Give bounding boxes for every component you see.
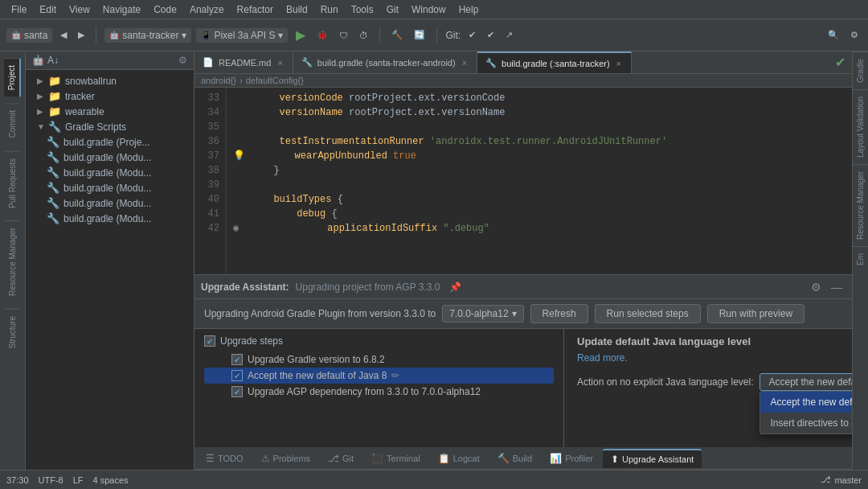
tree-item-build1[interactable]: 🔧 build.gradle (Proje...: [26, 134, 194, 150]
tab-label: build.gradle (:santa-tracker): [502, 59, 610, 68]
menu-window[interactable]: Window: [407, 2, 451, 17]
tab-close[interactable]: ×: [461, 57, 469, 68]
code-editor[interactable]: 33 34 35 36 37 38 39 40 41 42 versionCod…: [194, 88, 852, 274]
code-content[interactable]: versionCode rootProject.ext.versionCode …: [227, 88, 852, 274]
step-checkbox[interactable]: ✔: [231, 386, 243, 397]
settings-panel-button[interactable]: ⚙: [808, 279, 825, 295]
step-checkbox[interactable]: ✔: [231, 370, 243, 381]
tab-git[interactable]: ⎇ Git: [320, 450, 362, 467]
menu-file[interactable]: File: [6, 2, 31, 17]
project-tree: ▶ 📁 snowballrun ▶ 📁 tracker ▶ 📁 wearable: [26, 70, 194, 229]
debug-button[interactable]: 🐞: [313, 28, 331, 42]
settings-button[interactable]: ⚙: [847, 28, 862, 42]
checkmark-icon[interactable]: ✔: [832, 51, 852, 73]
run-config-selector[interactable]: 🤖 santa-tracker ▾: [104, 28, 191, 43]
tab-readme[interactable]: 📄 README.md ×: [194, 51, 293, 73]
sync-button[interactable]: 🔄: [411, 28, 428, 42]
menu-git[interactable]: Git: [382, 2, 403, 17]
run-selected-button[interactable]: Run selected steps: [595, 304, 701, 323]
edit-icon[interactable]: ✏: [391, 370, 399, 381]
steps-header: ✔ Upgrade steps: [204, 335, 554, 347]
coverage-button[interactable]: 🛡: [336, 29, 351, 42]
tree-item-snowballrun[interactable]: ▶ 📁 snowballrun: [26, 73, 194, 88]
refresh-button[interactable]: Refresh: [530, 304, 588, 323]
tree-item-gradle-scripts[interactable]: ▼ 🔧 Gradle Scripts: [26, 119, 194, 134]
tab-terminal[interactable]: ⬛ Terminal: [363, 450, 428, 467]
run-button[interactable]: ▶: [293, 26, 309, 44]
indent-status: 4 spaces: [93, 475, 129, 485]
read-more-link[interactable]: Read more.: [577, 352, 628, 364]
commit-tab[interactable]: Commit: [5, 103, 20, 144]
tree-label: build.gradle (Modu...: [63, 213, 151, 224]
menu-edit[interactable]: Edit: [35, 2, 61, 17]
step-gradle-version[interactable]: ✔ Upgrade Gradle version to 6.8.2: [204, 351, 554, 368]
tab-close[interactable]: ×: [276, 57, 284, 68]
gradle-icon: 🔧: [47, 136, 59, 148]
menu-help[interactable]: Help: [454, 2, 484, 17]
tab-build-android[interactable]: 🔧 build.gradle (santa-tracker-android) ×: [293, 51, 477, 73]
tree-item-tracker[interactable]: ▶ 📁 tracker: [26, 88, 194, 104]
tree-item-build5[interactable]: 🔧 build.gradle (Modu...: [26, 195, 194, 211]
menu-code[interactable]: Code: [149, 2, 182, 17]
java-level-dropdown[interactable]: Accept the new default of Java 8 ▾ Accep…: [760, 373, 852, 391]
tree-item-build4[interactable]: 🔧 build.gradle (Modu...: [26, 180, 194, 195]
menu-tools[interactable]: Tools: [346, 2, 379, 17]
gradle-icon: 🔧: [47, 212, 59, 224]
resource-manager-tab[interactable]: Resource Manager: [5, 220, 20, 302]
structure-tab[interactable]: Structure: [5, 309, 20, 355]
profile-button[interactable]: ⏱: [356, 29, 371, 42]
git-update[interactable]: ✔: [465, 28, 479, 42]
tab-build[interactable]: 🔨 Build: [489, 450, 540, 467]
search-button[interactable]: 🔍: [825, 28, 842, 42]
minimize-panel-button[interactable]: —: [828, 279, 845, 295]
panel-content: ✔ Upgrade steps ✔ Upgrade Gradle version…: [194, 329, 852, 447]
gradle-icon: 🔧: [47, 151, 59, 163]
tab-profiler[interactable]: 📊 Profiler: [542, 450, 601, 467]
folder-icon: 📁: [48, 75, 61, 87]
tree-item-build2[interactable]: 🔧 build.gradle (Modu...: [26, 150, 194, 165]
tab-build-santa[interactable]: 🔧 build.gradle (:santa-tracker) ×: [477, 51, 632, 73]
git-branch[interactable]: ↗: [502, 28, 516, 42]
tab-label: Terminal: [387, 454, 420, 463]
gear-icon[interactable]: ⚙: [178, 55, 187, 66]
tab-label: Problems: [273, 454, 310, 463]
dropdown-trigger[interactable]: Accept the new default of Java 8 ▾: [760, 373, 852, 391]
emulator-selector[interactable]: 📱 Pixel 3a API S ▾: [196, 28, 288, 43]
dropdown-option-java7[interactable]: Insert directives to continue using Java…: [760, 413, 852, 434]
project-tab[interactable]: Project: [4, 58, 21, 97]
detail-panel: Update default Java language level Read …: [564, 329, 852, 447]
menu-analyze[interactable]: Analyze: [185, 2, 229, 17]
tab-logcat[interactable]: 📋 Logcat: [430, 450, 488, 467]
tab-problems[interactable]: ⚠ Problems: [253, 450, 318, 467]
menu-run[interactable]: Run: [316, 2, 343, 17]
dropdown-option-java8[interactable]: Accept the new default of Java 8: [760, 392, 852, 413]
tree-item-wearable[interactable]: ▶ 📁 wearable: [26, 104, 194, 119]
pull-requests-tab[interactable]: Pull Requests: [5, 151, 20, 215]
tab-todo[interactable]: ☰ TODO: [198, 450, 252, 467]
menu-view[interactable]: View: [64, 2, 95, 17]
menu-navigate[interactable]: Navigate: [98, 2, 145, 17]
version-selector[interactable]: 7.0.0-alpha12 ▾: [442, 305, 523, 323]
steps-checkbox[interactable]: ✔: [204, 335, 215, 347]
build-button[interactable]: 🔨: [388, 28, 406, 42]
step-java8[interactable]: ✔ Accept the new default of Java 8 ✏: [204, 368, 554, 384]
menu-refactor[interactable]: Refactor: [232, 2, 278, 17]
step-agp-dependency[interactable]: ✔ Upgrade AGP dependency from 3.3.0 to 7…: [204, 384, 554, 400]
menu-build[interactable]: Build: [281, 2, 313, 17]
tree-item-build3[interactable]: 🔧 build.gradle (Modu...: [26, 165, 194, 180]
right-tab-em[interactable]: Em: [853, 246, 868, 272]
right-tab-layout[interactable]: Layout Validation: [853, 89, 868, 164]
right-tab-gradle[interactable]: Gradle: [853, 51, 868, 89]
tree-label: build.gradle (Modu...: [63, 183, 151, 194]
git-push[interactable]: ✔: [484, 28, 497, 42]
tab-upgrade-assistant[interactable]: ⬆ Upgrade Assistant: [603, 449, 702, 468]
git-label: Git:: [445, 30, 461, 41]
panel-subtitle: Upgrading project from AGP 3.3.0: [296, 281, 440, 293]
right-tab-resource[interactable]: Resource Manager: [853, 164, 868, 246]
run-preview-button[interactable]: Run with preview: [707, 304, 805, 323]
tree-item-build6[interactable]: 🔧 build.gradle (Modu...: [26, 211, 194, 226]
back-button[interactable]: ◀: [57, 28, 70, 42]
tab-close[interactable]: ×: [615, 58, 623, 69]
forward-button[interactable]: ▶: [75, 28, 88, 42]
step-checkbox[interactable]: ✔: [231, 354, 243, 365]
